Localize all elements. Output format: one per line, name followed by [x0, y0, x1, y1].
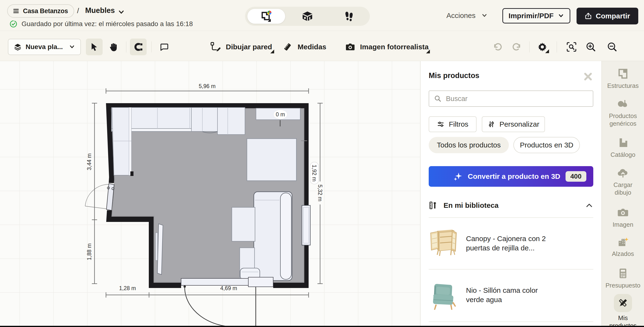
sidebar-item-productos-genericos[interactable]: Productos genéricos — [602, 98, 644, 127]
customize-button[interactable]: Personalizar — [482, 116, 545, 132]
project-menu-button[interactable]: Casa Betanzos — [7, 4, 74, 18]
submenu-corner-icon — [426, 50, 430, 53]
dim-top: 5,96 m — [199, 83, 216, 89]
zoom-out-button[interactable] — [604, 39, 620, 55]
product-image-cabinet — [427, 227, 459, 259]
measure-segment-label: 1,92 m — [311, 165, 318, 181]
breadcrumb-page[interactable]: Muebles — [85, 6, 115, 15]
elevations-icon — [617, 235, 629, 248]
share-icon — [585, 13, 592, 20]
measures-label: Medidas — [298, 43, 326, 51]
product-name: Canopy - Cajonera con 2 puertas de rejil… — [466, 234, 557, 252]
dim-left-lower: 1,88 m — [86, 243, 92, 260]
draw-wall-icon — [210, 42, 221, 53]
comment-icon — [160, 42, 169, 52]
sidebar-item-imagen[interactable]: Imagen — [602, 206, 644, 228]
product-name: Nio - Sillón cama color verde agua — [466, 285, 557, 304]
sidebar-item-label: Mis productos — [605, 314, 641, 327]
view-mode-3d-button[interactable] — [286, 7, 328, 26]
cursor-icon — [90, 42, 99, 52]
generic-products-icon — [617, 98, 629, 110]
saved-check-icon — [10, 20, 17, 28]
budget-calculator-icon — [617, 267, 629, 280]
chevron-up-icon[interactable] — [585, 202, 593, 208]
dim-bottom-left: 1,28 m — [119, 285, 136, 291]
select-tool-button[interactable] — [86, 39, 103, 55]
sidebar-item-mis-productos[interactable]: Mis productos — [602, 294, 644, 327]
customize-icon — [488, 120, 495, 128]
plan-selector-label: Nueva pla... — [26, 43, 65, 51]
print-pdf-label: Imprimir/PDF — [508, 12, 554, 20]
floorplan-canvas[interactable]: 0 m — [0, 61, 420, 327]
app-header: Casa Betanzos / Muebles Guardado por últ… — [0, 0, 644, 31]
credits-badge: 400 — [566, 171, 586, 182]
undo-button[interactable] — [490, 39, 506, 55]
library-icon — [429, 201, 437, 210]
measures-button[interactable]: Medidas — [282, 39, 326, 55]
sidebar-item-catalogo[interactable]: Catálogo — [602, 136, 644, 158]
radiator[interactable] — [302, 205, 310, 245]
view-mode-walk-button[interactable] — [328, 7, 370, 26]
terrace-door[interactable] — [181, 277, 273, 327]
submenu-corner-icon — [545, 49, 549, 53]
settings-button[interactable] — [534, 39, 551, 55]
share-label: Compartir — [596, 12, 630, 20]
plan-selector-dropdown[interactable]: Nueva pla... — [8, 39, 81, 55]
image-camera-icon — [617, 206, 629, 219]
actions-menu[interactable]: Acciones — [446, 12, 488, 20]
desk[interactable] — [232, 207, 255, 241]
project-name: Casa Betanzos — [23, 8, 68, 15]
product-item-canopy[interactable]: Canopy - Cajonera con 2 puertas de rejil… — [427, 217, 593, 269]
search-input[interactable] — [446, 95, 588, 103]
tab-all-products[interactable]: Todos los productos — [429, 137, 509, 153]
hamburger-icon — [12, 8, 20, 15]
zoom-fit-button[interactable] — [563, 39, 580, 55]
save-status: Guardado por última vez: el miércoles pa… — [10, 20, 193, 28]
sidebar-item-cargar-dibujo[interactable]: Cargar dibujo — [602, 167, 644, 196]
chevron-down-icon[interactable] — [118, 10, 125, 15]
filters-button[interactable]: Filtros — [429, 116, 476, 132]
sidebar-item-label: Catálogo — [605, 151, 641, 158]
magnet-icon — [133, 42, 143, 52]
table[interactable] — [247, 139, 296, 181]
panel-title: Mis productos — [429, 71, 480, 80]
filters-icon — [437, 120, 444, 128]
toolbar-divider — [557, 42, 557, 53]
search-icon — [434, 95, 442, 103]
convert-to-3d-button[interactable]: Convertir a producto en 3D 400 — [429, 166, 593, 187]
screen-bottom-edge — [0, 326, 644, 327]
tab-3d-products[interactable]: Productos en 3D — [514, 137, 580, 153]
draw-wall-label: Dibujar pared — [226, 43, 272, 51]
layers-icon — [14, 43, 22, 51]
entry-door[interactable] — [85, 183, 114, 210]
share-button[interactable]: Compartir — [576, 8, 638, 25]
upload-cloud-icon — [617, 167, 629, 179]
library-section-header[interactable]: En mi biblioteca — [429, 200, 593, 211]
cube-3d-icon — [302, 11, 313, 22]
submenu-corner-icon — [270, 50, 274, 53]
view-mode-2d-button[interactable] — [245, 7, 286, 26]
close-panel-button[interactable] — [583, 71, 593, 82]
print-pdf-button[interactable]: Imprimir/PDF — [502, 8, 570, 24]
snap-magnet-button[interactable] — [130, 39, 147, 55]
zoom-in-button[interactable] — [582, 39, 599, 55]
convert-to-3d-label: Convertir a producto en 3D — [468, 172, 560, 180]
product-item-nio[interactable]: Nio - Sillón cama color verde agua — [427, 269, 593, 320]
footprints-icon — [344, 11, 354, 22]
pan-tool-button[interactable] — [104, 39, 121, 55]
sidebar-item-presupuesto[interactable]: Presupuesto — [602, 267, 644, 289]
product-search[interactable] — [429, 91, 593, 107]
wardrobe-left[interactable] — [112, 108, 131, 175]
comment-tool-button[interactable] — [156, 39, 173, 55]
sidebar-item-alzados[interactable]: Alzados — [602, 235, 644, 258]
actions-label: Acciones — [446, 12, 476, 20]
sparkle-icon — [453, 172, 462, 181]
chevron-down-icon — [481, 13, 488, 18]
sofa-bed[interactable] — [254, 192, 292, 280]
draw-wall-button[interactable]: Dibujar pared — [210, 39, 272, 55]
redo-button[interactable] — [508, 39, 525, 55]
sidebar-item-estructuras[interactable]: Estructuras — [602, 68, 644, 90]
customize-label: Personalizar — [500, 120, 540, 128]
photoreal-button[interactable]: Imagen fotorrealista — [345, 39, 429, 55]
undo-icon — [492, 42, 503, 53]
